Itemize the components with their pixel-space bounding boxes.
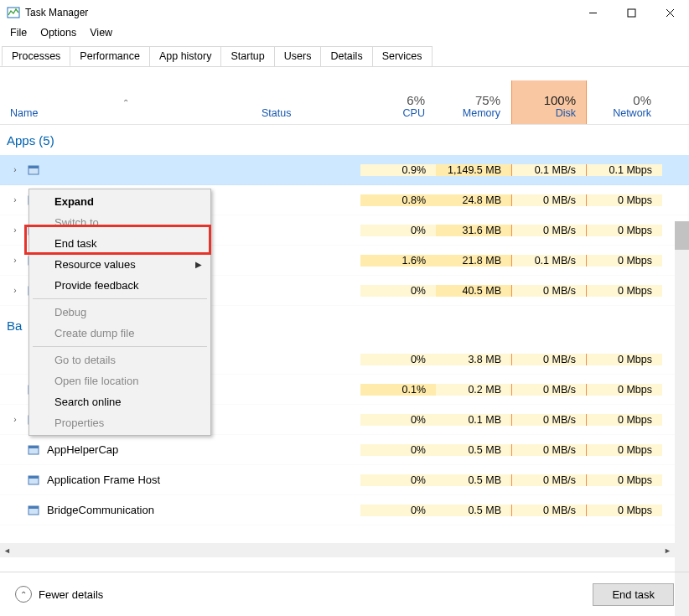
cell-cpu: 0.1% xyxy=(360,384,436,396)
disk-pct: 100% xyxy=(522,93,576,107)
process-name: BridgeCommunication xyxy=(47,504,154,516)
cell-cpu: 0% xyxy=(360,285,436,297)
cell-network: 0.1 Mbps xyxy=(587,164,662,176)
expand-chevron-icon[interactable]: › xyxy=(10,286,20,295)
horizontal-scrollbar[interactable]: ◄ ► xyxy=(0,543,675,557)
cell-network: 0 Mbps xyxy=(587,414,662,426)
disk-label: Disk xyxy=(522,107,576,119)
expand-chevron-icon[interactable]: › xyxy=(10,195,20,204)
scroll-left-icon[interactable]: ◄ xyxy=(0,543,14,557)
chevron-up-icon: ⌃ xyxy=(15,586,32,603)
col-disk[interactable]: 100% Disk xyxy=(511,80,587,124)
context-menu-item-properties: Properties xyxy=(31,412,209,433)
section-apps[interactable]: Apps (5) xyxy=(0,125,689,155)
context-menu-item-provide-feedback[interactable]: Provide feedback xyxy=(31,275,209,296)
context-menu-item-debug: Debug xyxy=(31,302,209,323)
cell-memory: 0.5 MB xyxy=(436,474,511,486)
cell-memory: 0.2 MB xyxy=(436,384,511,396)
cell-memory: 1,149.5 MB xyxy=(436,164,511,176)
process-icon xyxy=(27,163,40,177)
col-name-label: Name xyxy=(10,107,241,119)
scroll-right-icon[interactable]: ► xyxy=(661,543,675,557)
table-row[interactable]: ›0.9%1,149.5 MB0.1 MB/s0.1 Mbps xyxy=(0,155,689,185)
cell-memory: 31.6 MB xyxy=(436,225,511,236)
cell-memory: 0.5 MB xyxy=(436,505,511,516)
cell-disk: 0 MB/s xyxy=(511,225,587,236)
window-controls xyxy=(573,0,689,25)
cell-memory: 40.5 MB xyxy=(436,285,511,297)
context-menu-item-resource-values[interactable]: Resource values▶ xyxy=(31,254,209,275)
cpu-label: CPU xyxy=(370,107,425,119)
cell-network: 0 Mbps xyxy=(587,285,662,297)
minimize-button[interactable] xyxy=(573,0,612,25)
tab-users[interactable]: Users xyxy=(274,46,322,66)
tab-processes[interactable]: Processes xyxy=(2,46,70,66)
col-cpu[interactable]: 6% CPU xyxy=(360,80,436,124)
expand-chevron-icon[interactable]: › xyxy=(10,165,20,174)
col-status-label: Status xyxy=(262,107,350,119)
table-row[interactable]: AppHelperCap0%0.5 MB0 MB/s0 Mbps xyxy=(0,435,689,465)
tab-performance[interactable]: Performance xyxy=(70,46,150,66)
cell-disk: 0 MB/s xyxy=(511,354,587,365)
context-menu-item-search-online[interactable]: Search online xyxy=(31,391,209,412)
col-network[interactable]: 0% Network xyxy=(587,80,662,124)
menu-options[interactable]: Options xyxy=(34,25,83,42)
context-menu-item-end-task[interactable]: End task xyxy=(31,233,209,254)
context-menu-item-go-to-details: Go to details xyxy=(31,349,209,370)
tab-details[interactable]: Details xyxy=(320,46,372,66)
cell-name: BridgeCommunication xyxy=(0,504,251,517)
tab-services[interactable]: Services xyxy=(372,46,433,66)
process-icon xyxy=(27,504,40,517)
window-title: Task Manager xyxy=(25,7,88,18)
vertical-scrollbar[interactable] xyxy=(675,221,689,616)
cell-name: AppHelperCap xyxy=(0,443,251,457)
cell-memory: 21.8 MB xyxy=(436,255,511,267)
col-memory[interactable]: 75% Memory xyxy=(436,80,511,124)
cpu-pct: 6% xyxy=(370,93,425,107)
col-name[interactable]: ⌃ Name xyxy=(0,80,251,124)
network-pct: 0% xyxy=(597,93,651,107)
close-button[interactable] xyxy=(650,0,689,25)
expand-chevron-icon[interactable]: › xyxy=(10,225,20,235)
menu-view[interactable]: View xyxy=(83,25,119,42)
sort-indicator-icon: ⌃ xyxy=(10,99,241,107)
cell-disk: 0.1 MB/s xyxy=(511,164,587,176)
cell-disk: 0 MB/s xyxy=(511,505,587,516)
cell-network: 0 Mbps xyxy=(587,384,662,396)
process-name: Application Frame Host xyxy=(47,474,160,486)
cell-name: Application Frame Host xyxy=(0,474,251,487)
menu-file[interactable]: File xyxy=(3,25,34,42)
cell-network: 0 Mbps xyxy=(587,225,662,236)
table-row[interactable]: Application Frame Host0%0.5 MB0 MB/s0 Mb… xyxy=(0,465,689,495)
cell-network: 0 Mbps xyxy=(587,354,662,365)
maximize-button[interactable] xyxy=(612,0,650,25)
fewer-details-button[interactable]: ⌃ Fewer details xyxy=(15,586,103,603)
expand-chevron-icon[interactable]: › xyxy=(10,415,20,424)
svg-rect-21 xyxy=(28,446,39,448)
context-menu-item-expand[interactable]: Expand xyxy=(31,191,209,212)
tab-strip: Processes Performance App history Startu… xyxy=(0,45,689,66)
submenu-arrow-icon: ▶ xyxy=(195,260,202,269)
scrollbar-thumb[interactable] xyxy=(675,221,689,250)
context-menu-item-switch-to: Switch to xyxy=(31,212,209,233)
cell-cpu: 0% xyxy=(360,354,436,365)
expand-chevron-icon[interactable]: › xyxy=(10,256,20,265)
cell-cpu: 0.9% xyxy=(360,164,436,176)
cell-cpu: 0% xyxy=(360,505,436,516)
cell-disk: 0 MB/s xyxy=(511,194,587,206)
memory-pct: 75% xyxy=(446,93,500,107)
end-task-button[interactable]: End task xyxy=(593,583,674,606)
col-status[interactable]: Status xyxy=(251,80,360,124)
scroll-track[interactable] xyxy=(14,543,661,557)
cell-memory: 0.5 MB xyxy=(436,444,511,456)
cell-network: 0 Mbps xyxy=(587,194,662,206)
footer: ⌃ Fewer details End task xyxy=(0,572,689,616)
tab-startup[interactable]: Startup xyxy=(220,46,274,66)
table-row[interactable]: BridgeCommunication0%0.5 MB0 MB/s0 Mbps xyxy=(0,495,689,525)
cell-disk: 0 MB/s xyxy=(511,474,587,486)
svg-rect-25 xyxy=(28,506,39,509)
cell-disk: 0 MB/s xyxy=(511,384,587,396)
tab-app-history[interactable]: App history xyxy=(149,46,222,66)
context-menu-item-open-file-location: Open file location xyxy=(31,370,209,391)
memory-label: Memory xyxy=(446,107,500,119)
